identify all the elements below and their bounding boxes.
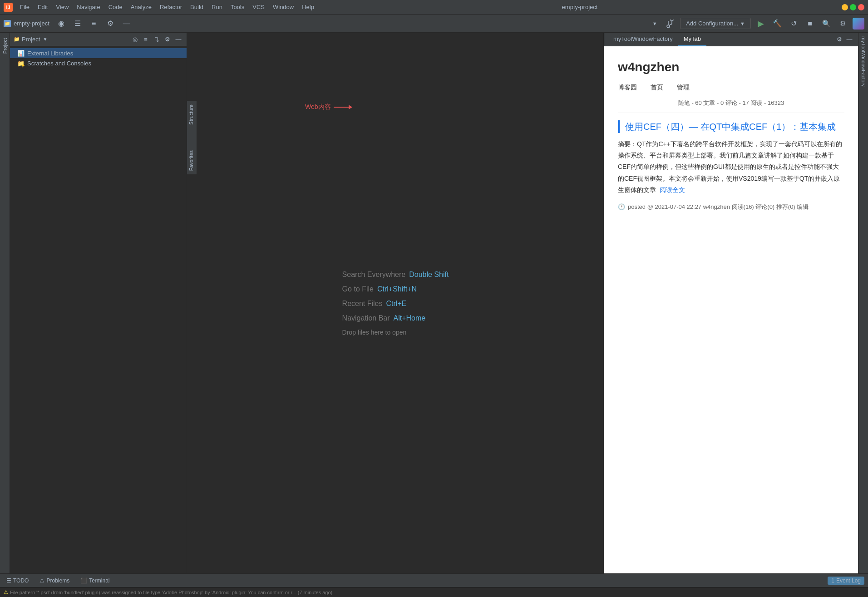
warning-icon: ⚠ bbox=[39, 577, 44, 584]
tree-item-scratches[interactable]: 📁 ⚡ Scratches and Consoles bbox=[10, 58, 187, 68]
window-controls bbox=[842, 4, 864, 10]
vcs-icon-button[interactable] bbox=[664, 17, 676, 30]
blog-nav-home[interactable]: 首页 bbox=[651, 84, 663, 92]
event-log-button[interactable]: 1 Event Log bbox=[828, 577, 864, 585]
tree-item-external-libraries[interactable]: 📊 External Libraries bbox=[10, 48, 187, 58]
project-panel-title[interactable]: 📁 Project ▼ bbox=[14, 36, 47, 43]
terminal-icon: ⬛ bbox=[80, 577, 87, 584]
project-panel-header: 📁 Project ▼ ◎ ≡ ⇅ ⚙ — bbox=[10, 33, 187, 46]
panel-header-icons: ◎ ≡ ⇅ ⚙ — bbox=[130, 35, 183, 44]
menu-run[interactable]: Run bbox=[208, 2, 226, 12]
maximize-button[interactable] bbox=[850, 4, 856, 10]
todo-button[interactable]: ☰ TODO bbox=[4, 577, 31, 585]
window-title: empty-project bbox=[562, 4, 598, 10]
menu-build[interactable]: Build bbox=[187, 2, 207, 12]
web-content-area[interactable]: w4ngzhen 博客园 首页 管理 随笔 - 60 文章 - 0 评论 - 1… bbox=[604, 46, 858, 573]
right-panel-tabs: myToolWindowFactory MyTab ⚙ — bbox=[604, 33, 858, 46]
menu-file[interactable]: File bbox=[16, 2, 33, 12]
shortcut-nav-bar: Navigation Bar Alt+Home bbox=[342, 314, 449, 322]
terminal-button[interactable]: ⬛ Terminal bbox=[78, 577, 112, 585]
project-name-label: empty-project bbox=[14, 20, 49, 27]
menu-tools[interactable]: Tools bbox=[227, 2, 248, 12]
shortcut-goto-file: Go to File Ctrl+Shift+N bbox=[342, 285, 449, 293]
project-tree: 📊 External Libraries 📁 ⚡ Scratches and C… bbox=[10, 46, 187, 573]
menu-edit[interactable]: Edit bbox=[34, 2, 51, 12]
expand-all-icon[interactable]: ⇅ bbox=[152, 35, 161, 44]
menu-window[interactable]: Window bbox=[269, 2, 297, 12]
user-dropdown-arrow: ▼ bbox=[652, 21, 657, 26]
jetbrains-logo bbox=[853, 18, 864, 30]
right-sidebar-tabs: myToolWindowFactory bbox=[858, 33, 868, 573]
tab-my-tool-window-factory[interactable]: myToolWindowFactory bbox=[608, 33, 678, 46]
settings-panel-icon[interactable]: ⚙ bbox=[163, 35, 172, 44]
menu-help[interactable]: Help bbox=[298, 2, 318, 12]
status-message: File pattern '*.psd' (from 'bundled' plu… bbox=[10, 590, 332, 595]
collapse-all-icon[interactable]: ≡ bbox=[141, 35, 150, 44]
menu-navigate[interactable]: Navigate bbox=[73, 2, 104, 12]
menu-view[interactable]: View bbox=[52, 2, 72, 12]
blog-stats: 随笔 - 60 文章 - 0 评论 - 17 阅读 - 16323 bbox=[618, 99, 844, 113]
reload-button[interactable]: ↺ bbox=[787, 17, 800, 30]
right-panel-hide-icon[interactable]: — bbox=[844, 35, 854, 44]
shortcut-search-everywhere: Search Everywhere Double Shift bbox=[342, 271, 449, 279]
web-content-arrow bbox=[334, 107, 352, 108]
minimize-button[interactable] bbox=[842, 4, 848, 10]
left-secondary-tabs: Structure Favorites bbox=[187, 101, 197, 174]
menu-vcs[interactable]: VCS bbox=[249, 2, 268, 12]
add-configuration-button[interactable]: Add Configuration... ▼ bbox=[680, 18, 751, 29]
expand-button[interactable]: ≡ bbox=[88, 17, 100, 30]
article-meta: 🕐 posted @ 2021-07-04 22:27 w4ngzhen 阅读(… bbox=[618, 203, 844, 211]
right-panel-settings-icon[interactable]: ⚙ bbox=[834, 35, 844, 44]
bar-chart-icon: 📊 bbox=[17, 49, 25, 57]
web-content-label: Web内容 bbox=[305, 103, 352, 111]
event-log-badge: 1 bbox=[831, 577, 834, 584]
build-icon-button[interactable]: 🔨 bbox=[771, 17, 784, 30]
collapse-all-button[interactable]: ☰ bbox=[71, 17, 84, 30]
stop-button[interactable]: ■ bbox=[804, 17, 816, 30]
read-more-link[interactable]: 阅读全文 bbox=[660, 186, 685, 193]
shortcut-list: Search Everywhere Double Shift Go to Fil… bbox=[342, 271, 449, 336]
structure-tab[interactable]: Structure bbox=[187, 101, 197, 128]
left-sidebar-tabs: Project bbox=[0, 33, 10, 573]
right-panel: myToolWindowFactory MyTab ⚙ — w4ngzhen 博… bbox=[604, 33, 858, 573]
settings-tree-button[interactable]: ⚙ bbox=[104, 17, 117, 30]
menu-refactor[interactable]: Refactor bbox=[156, 2, 186, 12]
scope-button[interactable]: ◉ bbox=[55, 17, 68, 30]
clock-icon: 🕐 bbox=[618, 203, 625, 210]
blog-nav-cnblogs[interactable]: 博客园 bbox=[618, 84, 637, 92]
article-title[interactable]: 使用CEF（四）— 在QT中集成CEF（1）：基本集成 bbox=[618, 120, 844, 133]
sidebar-tab-mytoolwindow[interactable]: myToolWindowFactory bbox=[859, 33, 868, 90]
list-icon: ☰ bbox=[6, 577, 11, 584]
search-everywhere-button[interactable]: 🔍 bbox=[820, 17, 833, 30]
menu-code[interactable]: Code bbox=[105, 2, 126, 12]
shortcut-recent-files: Recent Files Ctrl+E bbox=[342, 300, 449, 308]
locate-file-icon[interactable]: ◎ bbox=[130, 35, 139, 44]
problems-button[interactable]: ⚠ Problems bbox=[37, 577, 72, 585]
main-area: Project 📁 Project ▼ ◎ ≡ ⇅ ⚙ — 📊 External… bbox=[0, 33, 868, 573]
run-button[interactable]: ▶ bbox=[755, 17, 767, 30]
menu-bar: File Edit View Navigate Code Analyze Ref… bbox=[16, 2, 318, 12]
project-panel: 📁 Project ▼ ◎ ≡ ⇅ ⚙ — 📊 External Librari… bbox=[10, 33, 187, 573]
favorites-tab[interactable]: Favorites bbox=[187, 147, 197, 174]
user-icon-button[interactable]: ▼ bbox=[647, 17, 660, 30]
scratches-icon: 📁 ⚡ bbox=[17, 59, 25, 67]
app-logo: IJ bbox=[4, 3, 13, 12]
folder-icon: 📁 bbox=[14, 36, 20, 42]
blog-title: w4ngzhen bbox=[618, 60, 844, 74]
blog-nav-admin[interactable]: 管理 bbox=[677, 84, 690, 92]
menu-analyze[interactable]: Analyze bbox=[127, 2, 155, 12]
titlebar: IJ File Edit View Navigate Code Analyze … bbox=[0, 0, 868, 15]
close-panel-button[interactable]: — bbox=[120, 17, 133, 30]
tab-my-tab[interactable]: MyTab bbox=[678, 33, 706, 46]
article-summary: 摘要：QT作为C++下著名的跨平台软件开发框架，实现了一套代码可以在所有的操作系… bbox=[618, 138, 844, 196]
close-button[interactable] bbox=[858, 4, 864, 10]
sidebar-tab-project[interactable]: Project bbox=[1, 35, 9, 57]
ide-settings-button[interactable]: ⚙ bbox=[836, 17, 849, 30]
middle-content-area: Search Everywhere Double Shift Go to Fil… bbox=[187, 33, 604, 573]
bottom-bar: ☰ TODO ⚠ Problems ⬛ Terminal 1 Event Log bbox=[0, 573, 868, 587]
panel-dropdown-arrow: ▼ bbox=[43, 37, 47, 42]
status-bar: ⚠ File pattern '*.psd' (from 'bundled' p… bbox=[0, 587, 868, 597]
project-icon: 📁 bbox=[4, 20, 11, 27]
blog-nav: 博客园 首页 管理 bbox=[618, 84, 844, 92]
close-panel-icon[interactable]: — bbox=[174, 35, 183, 44]
